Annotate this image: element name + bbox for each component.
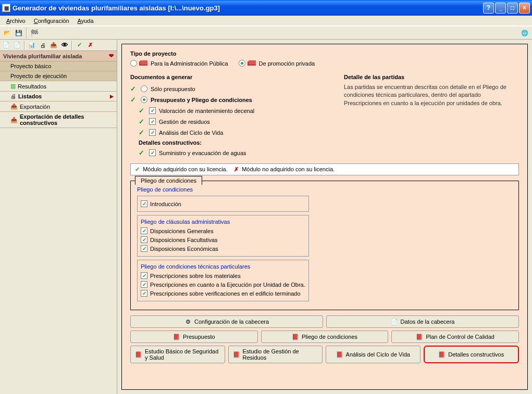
btn-presupuesto[interactable]: 📕Presupuesto (130, 331, 258, 343)
book-icon: 📕 (135, 351, 142, 358)
pliego-title: Pliego de condiciones (137, 186, 512, 193)
flag-icon[interactable]: 🏁 (29, 28, 40, 38)
btn-detalles-constructivos[interactable]: 📕Detalles constructivos (424, 346, 519, 363)
btn-estudio-seguridad[interactable]: 📕Estudio Básico de Seguridad y Salud (130, 346, 225, 363)
printer-icon[interactable]: 🖨 (38, 40, 48, 50)
menu-ayuda[interactable]: Ayuda (73, 17, 98, 25)
doc-icon[interactable]: 📄 (1, 40, 11, 50)
pliego-disp-generales[interactable]: Disposiciones Generales (141, 226, 305, 235)
gear-icon: ⚙ (184, 318, 192, 325)
right-panel: Tipo de proyecto Para la Administración … (117, 40, 532, 394)
left-panel: 📄 📄 📊 🖨 📤 👁 ✓ ✗ Vivienda plurifamiliar a… (0, 40, 117, 394)
radio-label: Para la Administración Pública (151, 60, 228, 67)
pliego-g1-title: Pliego de cláusulas administrativas (141, 219, 305, 225)
x-icon[interactable]: ✗ (85, 40, 95, 50)
detalle-title: Detalle de las partidas (344, 74, 519, 80)
tree-listados[interactable]: 🖨Listados▶ (0, 92, 117, 101)
left-toolbar: 📄 📄 📊 🖨 📤 👁 ✓ ✗ (0, 40, 117, 51)
open-icon[interactable]: 📂 (2, 28, 13, 38)
main-toolbar: 📂 💾 🏁 🌐 (0, 26, 532, 40)
pliego-tab[interactable]: Pliego de condiciones (135, 176, 202, 185)
separator (26, 28, 27, 38)
pliego-presc-materiales[interactable]: Prescripciones sobre los materiales (141, 271, 305, 280)
book-icon: 📕 (438, 351, 446, 358)
doc-analisis-ciclo[interactable]: ✓Análisis del Ciclo de Vida (130, 127, 328, 138)
doc2-icon[interactable]: 📄 (12, 40, 22, 50)
book-icon (248, 60, 257, 67)
radio-promocion-privada[interactable]: De promoción privada (239, 60, 315, 67)
close-button[interactable]: × (519, 3, 530, 14)
pliego-box: Pliego de condiciones Pliego de condicio… (130, 181, 519, 310)
menubar: Archivo Configuración Ayuda (0, 16, 532, 26)
minimize-button[interactable]: _ (495, 3, 506, 14)
btn-pliego[interactable]: 📕Pliego de condiciones (261, 331, 389, 343)
titlebar: ▦ Generador de viviendas plurifamiliares… (0, 0, 532, 16)
btn-analisis-ciclo[interactable]: 📕Análisis del Ciclo de Vida (326, 346, 420, 363)
pliego-presc-verificaciones[interactable]: Prescripciones sobre verificaciones en e… (141, 289, 305, 298)
content-box: Tipo de proyecto Para la Administración … (121, 44, 528, 390)
doc-suministro-aguas[interactable]: ✓Suministro y evacuación de aguas (130, 147, 328, 158)
pliego-presc-ejecucion[interactable]: Prescripciones en cuanto a la Ejecución … (141, 280, 305, 289)
btn-datos-cabecera[interactable]: 📄Datos de la cabecera (326, 315, 519, 328)
doc-solo-presupuesto[interactable]: ✓Sólo presupuesto (130, 83, 328, 94)
book-icon: 📕 (173, 333, 180, 340)
radio-admin-publica[interactable]: Para la Administración Pública (130, 60, 228, 67)
help-button[interactable]: ? (483, 3, 494, 14)
svg-rect-1 (140, 60, 147, 65)
btn-config-cabecera[interactable]: ⚙Configuración de la cabecera (130, 315, 323, 328)
tree-proyecto-basico[interactable]: Proyecto básico (0, 61, 117, 71)
pliego-g2-title: Pliego de condiciones técnicas particula… (141, 263, 305, 270)
doc-valoracion[interactable]: ✓Valoración de mantenimiento decenal (130, 105, 328, 116)
export-icon[interactable]: 📤 (48, 40, 59, 50)
tree-resultados[interactable]: ▥Resultados (0, 81, 117, 92)
pliego-disp-economicas[interactable]: Disposiciones Económicas (141, 244, 305, 253)
globe-icon[interactable]: 🌐 (519, 28, 530, 38)
save-icon[interactable]: 💾 (14, 28, 24, 38)
app-icon: ▦ (2, 4, 10, 12)
legend-box: ✓ Módulo adquirido con su licencia. ✗ Mó… (130, 163, 519, 175)
tree-header[interactable]: Vivienda plurifamiliar aislada ❤ (0, 51, 117, 61)
book-icon (139, 60, 149, 67)
chart-icon[interactable]: 📊 (27, 40, 37, 50)
tipo-proyecto-title: Tipo de proyecto (130, 50, 519, 57)
doc-presupuesto-pliego[interactable]: ✓Presupuesto y Pliego de condiciones (130, 94, 328, 105)
pliego-introduccion[interactable]: Introducción (141, 199, 305, 208)
book-icon: 📕 (292, 333, 299, 340)
doc-icon: 📄 (391, 318, 398, 325)
pliego-disp-facultativas[interactable]: Disposiciones Facultativas (141, 235, 305, 244)
book-icon: 📕 (416, 333, 423, 340)
tree-exportacion-detalles[interactable]: 📤Exportación de detalles constructivos (0, 112, 117, 128)
book-icon: 📕 (336, 351, 343, 358)
btn-plan-calidad[interactable]: 📕Plan de Control de Calidad (391, 331, 519, 343)
menu-archivo[interactable]: Archivo (2, 17, 30, 25)
maximize-button[interactable]: □ (507, 3, 518, 14)
book-icon: 📕 (233, 351, 240, 358)
detalles-header: Detalles constructivos: (130, 138, 328, 147)
detalle-text: Las partidas se encuentran descritas con… (344, 83, 519, 107)
svg-rect-3 (249, 60, 256, 65)
btn-estudio-residuos[interactable]: 📕Estudio de Gestión de Residuos (228, 346, 323, 363)
menu-configuracion[interactable]: Configuración (30, 17, 73, 25)
tree-exportacion[interactable]: 📤Exportación (0, 101, 117, 112)
docs-title: Documentos a generar (130, 74, 328, 80)
tree-proyecto-ejecucion[interactable]: Proyecto de ejecución (0, 71, 117, 81)
binoculars-icon[interactable]: 👁 (59, 40, 70, 50)
radio-label: De promoción privada (259, 60, 315, 67)
main-window: ▦ Generador de viviendas plurifamiliares… (0, 0, 532, 394)
button-rows: ⚙Configuración de la cabecera 📄Datos de … (130, 315, 519, 363)
check-icon[interactable]: ✓ (74, 40, 84, 50)
doc-gestion-residuos[interactable]: ✓Gestión de residuos (130, 116, 328, 127)
window-title: Generador de viviendas plurifamiliares a… (13, 4, 483, 12)
